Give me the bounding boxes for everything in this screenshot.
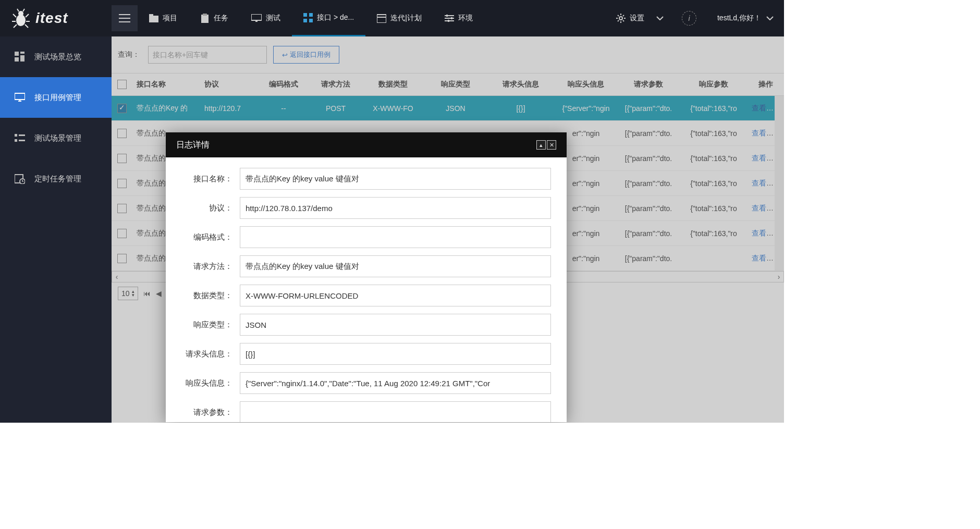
logo: itest xyxy=(0,8,112,29)
user-greeting: testLd,你好！ xyxy=(717,14,761,23)
form-row: 请求方法：带点点的Key 的key value 键值对 xyxy=(181,255,551,277)
nav-tasks[interactable]: 任务 xyxy=(189,0,240,36)
svg-rect-24 xyxy=(19,140,25,141)
folder-icon xyxy=(149,14,158,22)
monitor-icon xyxy=(251,14,262,22)
svg-rect-8 xyxy=(309,13,313,17)
form-label: 响应头信息： xyxy=(181,378,232,388)
grid-icon xyxy=(303,13,313,22)
sidebar-item-scheduled[interactable]: 定时任务管理 xyxy=(0,158,112,199)
user-menu[interactable]: testLd,你好！ xyxy=(717,14,774,23)
form-value[interactable]: {"Server":"nginx/1.14.0","Date":"Tue, 11… xyxy=(240,372,551,394)
log-detail-dialog: 日志详情 ▴ ✕ 接口名称：带点点的Key 的key value 键值对协议：h… xyxy=(166,132,567,422)
monitor-icon xyxy=(15,92,25,103)
svg-point-0 xyxy=(16,15,26,26)
sidebar: 测试场景总览 接口用例管理 测试场景管理 定时任务管理 xyxy=(0,36,112,423)
dialog-titlebar[interactable]: 日志详情 ▴ ✕ xyxy=(166,132,567,157)
svg-rect-12 xyxy=(446,15,448,17)
svg-rect-19 xyxy=(15,57,19,61)
svg-rect-4 xyxy=(201,15,209,23)
nav-label: 环境 xyxy=(458,14,473,23)
sidebar-item-label: 测试场景总览 xyxy=(34,52,81,62)
form-label: 数据类型： xyxy=(181,291,232,301)
svg-rect-16 xyxy=(15,52,19,56)
sidebar-item-api-cases[interactable]: 接口用例管理 xyxy=(0,77,112,118)
nav-settings[interactable]: 设置 xyxy=(612,0,648,36)
nav-label: 任务 xyxy=(214,14,228,23)
settings-label: 设置 xyxy=(630,14,644,23)
svg-rect-11 xyxy=(377,15,386,23)
svg-point-1 xyxy=(18,11,23,16)
svg-rect-14 xyxy=(448,20,449,22)
bug-icon xyxy=(10,8,31,29)
form-row: 编码格式： xyxy=(181,226,551,248)
chevron-down-icon[interactable] xyxy=(656,16,664,20)
form-row: 响应头信息：{"Server":"nginx/1.14.0","Date":"T… xyxy=(181,372,551,394)
form-value[interactable]: JSON xyxy=(240,314,551,336)
form-row: 请求参数： xyxy=(181,401,551,422)
dashboard-icon xyxy=(15,52,25,62)
nav-test[interactable]: 测试 xyxy=(240,0,292,36)
form-label: 编码格式： xyxy=(181,232,232,242)
form-label: 请求方法： xyxy=(181,262,232,272)
nav-iteration[interactable]: 迭代|计划 xyxy=(365,0,433,36)
svg-rect-7 xyxy=(303,13,307,17)
svg-rect-18 xyxy=(20,55,24,61)
info-icon[interactable]: i xyxy=(682,11,696,26)
form-value[interactable]: 带点点的Key 的key value 键值对 xyxy=(240,255,551,277)
svg-rect-13 xyxy=(451,17,452,19)
dialog-minimize-button[interactable]: ▴ xyxy=(536,140,546,150)
form-value[interactable]: http://120.78.0.137/demo xyxy=(240,197,551,219)
sidebar-item-overview[interactable]: 测试场景总览 xyxy=(0,36,112,77)
hamburger-icon xyxy=(119,14,130,23)
nav-project[interactable]: 项目 xyxy=(138,0,189,36)
form-row: 协议：http://120.78.0.137/demo xyxy=(181,197,551,219)
form-label: 请求头信息： xyxy=(181,349,232,359)
logo-text: itest xyxy=(35,10,68,27)
dialog-title: 日志详情 xyxy=(176,140,210,151)
menu-toggle[interactable] xyxy=(112,5,138,31)
svg-rect-6 xyxy=(251,14,262,20)
form-value[interactable]: [{}] xyxy=(240,343,551,365)
sliders-icon xyxy=(445,14,454,22)
topbar: itest 项目 任务 测试 接口 > de... 迭代|计划 环境 xyxy=(0,0,784,36)
svg-rect-3 xyxy=(149,14,153,17)
schedule-icon xyxy=(15,174,25,184)
form-value[interactable] xyxy=(240,401,551,422)
calendar-icon xyxy=(377,14,386,23)
nav-api[interactable]: 接口 > de... xyxy=(292,0,365,36)
chevron-down-icon xyxy=(766,16,774,20)
list-icon xyxy=(15,133,25,143)
nav-label: 接口 > de... xyxy=(317,13,354,22)
svg-rect-20 xyxy=(15,93,25,100)
form-row: 数据类型：X-WWW-FORM-URLENCODED xyxy=(181,285,551,306)
form-label: 接口名称： xyxy=(181,174,232,184)
svg-rect-17 xyxy=(20,52,24,54)
sidebar-item-scenes[interactable]: 测试场景管理 xyxy=(0,118,112,158)
sidebar-item-label: 接口用例管理 xyxy=(34,93,81,103)
svg-rect-23 xyxy=(15,139,17,142)
form-label: 请求参数： xyxy=(181,408,232,417)
svg-point-15 xyxy=(619,17,622,20)
form-label: 协议： xyxy=(181,203,232,213)
dialog-close-button[interactable]: ✕ xyxy=(547,140,556,150)
form-value[interactable]: 带点点的Key 的key value 键值对 xyxy=(240,168,551,190)
form-label: 响应类型： xyxy=(181,320,232,330)
gear-icon xyxy=(616,14,626,23)
nav-right: 设置 i testLd,你好！ xyxy=(612,0,784,36)
form-value[interactable]: X-WWW-FORM-URLENCODED xyxy=(240,285,551,306)
svg-rect-9 xyxy=(303,19,307,22)
form-value[interactable] xyxy=(240,226,551,248)
nav-env[interactable]: 环境 xyxy=(433,0,484,36)
nav-label: 测试 xyxy=(266,14,280,23)
sidebar-item-label: 测试场景管理 xyxy=(34,133,81,143)
sidebar-item-label: 定时任务管理 xyxy=(34,174,81,184)
nav-label: 迭代|计划 xyxy=(390,14,422,23)
dialog-controls: ▴ ✕ xyxy=(536,140,556,150)
svg-rect-22 xyxy=(19,134,25,136)
nav-label: 项目 xyxy=(163,14,177,23)
form-row: 接口名称：带点点的Key 的key value 键值对 xyxy=(181,168,551,190)
svg-rect-21 xyxy=(15,134,17,137)
form-row: 请求头信息：[{}] xyxy=(181,343,551,365)
top-nav: 项目 任务 测试 接口 > de... 迭代|计划 环境 xyxy=(138,0,484,36)
